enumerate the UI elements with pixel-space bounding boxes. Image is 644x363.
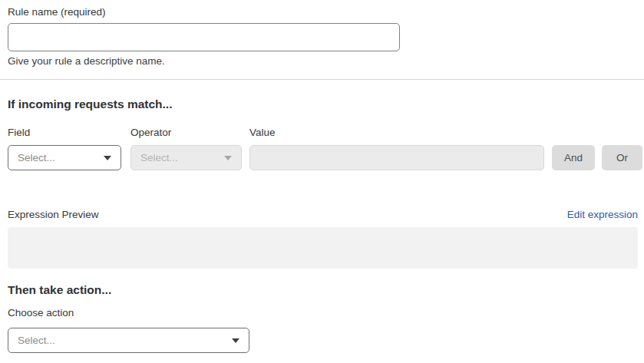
match-section: If incoming requests match... Field Sele…	[8, 97, 638, 269]
rule-name-input[interactable]	[8, 23, 400, 51]
action-select-value: Select...	[18, 335, 55, 346]
rule-name-helper: Give your rule a descriptive name.	[8, 55, 638, 67]
action-heading: Then take action...	[8, 283, 638, 296]
and-button[interactable]: And	[552, 145, 595, 170]
condition-row: Field Select... Operator Select... Value…	[8, 127, 642, 170]
field-select[interactable]: Select...	[8, 145, 121, 170]
operator-select-value: Select...	[140, 152, 178, 163]
field-label: Field	[8, 127, 121, 139]
value-column: Value	[249, 127, 544, 170]
match-heading: If incoming requests match...	[8, 97, 638, 111]
choose-action-label: Choose action	[8, 307, 638, 319]
rule-creation-form: Rule name (required) Give your rule a de…	[0, 0, 644, 353]
action-section: Then take action... Choose action Select…	[8, 283, 638, 353]
expression-preview-box	[8, 227, 638, 269]
chevron-down-icon	[224, 156, 232, 160]
value-input[interactable]	[249, 145, 544, 170]
operator-column: Operator Select...	[130, 127, 242, 170]
or-button[interactable]: Or	[602, 145, 642, 170]
field-select-value: Select...	[18, 152, 55, 163]
chevron-down-icon	[104, 156, 111, 160]
operator-label: Operator	[130, 127, 242, 139]
section-divider	[0, 79, 644, 80]
action-select[interactable]: Select...	[8, 328, 249, 353]
expression-preview-label: Expression Preview	[8, 209, 99, 221]
edit-expression-link[interactable]: Edit expression	[567, 209, 638, 220]
expression-preview-row: Expression Preview Edit expression	[8, 209, 638, 221]
rule-name-section: Rule name (required) Give your rule a de…	[8, 6, 638, 67]
field-column: Field Select...	[8, 127, 121, 170]
value-label: Value	[249, 127, 544, 139]
operator-select[interactable]: Select...	[130, 145, 242, 170]
chevron-down-icon	[232, 338, 239, 343]
rule-name-label: Rule name (required)	[8, 6, 638, 18]
